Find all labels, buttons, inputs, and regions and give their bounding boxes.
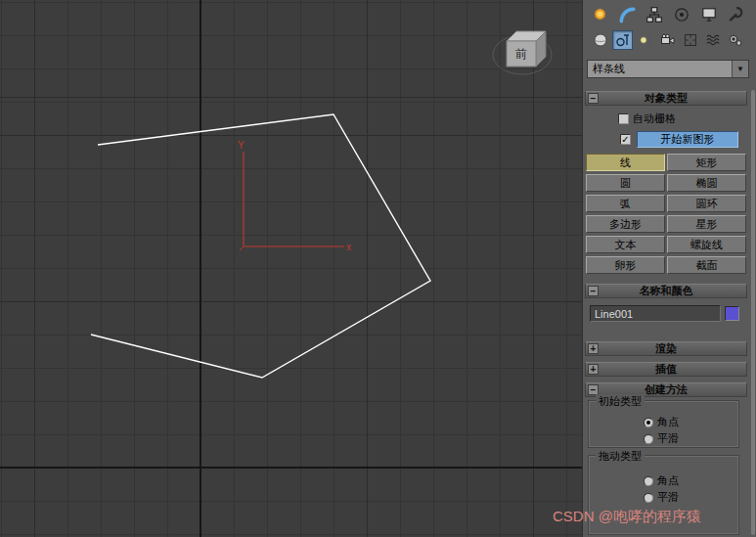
autogrid-label: 自动栅格 [633,112,676,126]
geometry-icon [593,32,608,48]
rollout-title: 渲染 [600,341,746,356]
viewcube-front-label: 前 [515,47,527,61]
world-origin-vertical-line [200,0,201,537]
tab-create[interactable] [588,3,612,25]
autogrid-checkbox-row[interactable]: 自动栅格 [618,112,676,126]
radio-initial-smooth[interactable]: 平滑 [644,431,679,446]
category-helpers[interactable] [681,30,701,50]
radio-drag-smooth[interactable]: 平滑 [644,490,679,505]
hierarchy-icon [645,6,663,23]
expand-icon[interactable]: + [588,343,599,354]
category-shapes[interactable] [612,30,633,50]
watermark: CSDN @咆哮的程序猿 [553,508,701,526]
start-new-shape-button[interactable]: 开始新图形 [637,131,738,148]
object-btn-section[interactable]: 截面 [667,256,746,274]
lights-icon [638,32,653,48]
tab-display[interactable] [696,3,721,25]
rollout-name-color[interactable]: − 名称和颜色 [585,284,747,298]
radio-initial-corner[interactable]: 角点 [644,415,679,429]
3dsmax-screen: Y x 前 [0,0,756,537]
modify-icon [618,6,636,23]
viewport-front[interactable]: Y x 前 [0,0,582,537]
object-name-field[interactable]: Line001 [590,305,721,322]
object-btn-line[interactable]: 线 [586,154,665,171]
tab-utilities[interactable] [724,3,748,25]
chevron-down-icon[interactable]: ▼ [732,61,748,77]
systems-icon [728,32,743,48]
radio-icon[interactable] [644,418,653,427]
category-systems[interactable] [726,30,746,50]
radio-drag-corner[interactable]: 角点 [644,473,679,488]
category-spacewarps[interactable] [703,30,724,50]
rollout-title: 名称和颜色 [600,284,746,298]
gizmo-x-label: x [346,242,351,252]
radio-label: 角点 [657,415,679,429]
object-btn-helix[interactable]: 螺旋线 [667,236,746,253]
rollout-rendering[interactable]: + 渲染 [585,341,747,356]
helpers-icon [683,32,698,48]
viewcube[interactable]: 前 [489,25,557,80]
radio-label: 角点 [657,473,679,488]
shape-category-dropdown[interactable]: 样条线 ▼ [587,60,749,78]
utilities-icon [727,6,744,23]
create-categories [590,30,746,50]
initial-type-label: 初始类型 [596,394,645,409]
object-btn-rectangle[interactable]: 矩形 [667,154,746,171]
panel-scrollbar[interactable] [751,90,755,535]
tab-hierarchy[interactable] [643,3,667,25]
initial-type-group: 初始类型 角点 平滑 [588,400,739,448]
line-spline[interactable] [91,114,430,378]
radio-label: 平滑 [657,431,679,446]
category-geometry[interactable] [590,30,610,50]
category-lights[interactable] [635,30,655,50]
command-panel-tabs [588,3,748,25]
rollout-interpolation[interactable]: + 插值 [585,362,747,377]
radio-icon[interactable] [644,493,653,503]
tab-modify[interactable] [615,3,640,25]
display-icon [700,6,718,23]
create-icon [591,5,609,23]
motion-icon [673,6,690,23]
autogrid-checkbox[interactable] [618,113,629,124]
rollout-object-type[interactable]: − 对象类型 [585,91,747,106]
world-origin-horizontal-line [0,467,582,469]
object-btn-arc[interactable]: 弧 [586,195,665,212]
object-btn-text[interactable]: 文本 [586,236,665,253]
category-cameras[interactable] [657,30,678,50]
object-btn-ellipse[interactable]: 椭圆 [667,174,746,192]
start-new-shape-checkbox-row[interactable] [620,134,635,145]
cameras-icon [660,32,676,48]
viewport-drawing-layer: Y x [0,0,582,537]
axis-gizmo: Y x [238,140,351,252]
object-btn-circle[interactable]: 圆 [586,174,665,192]
object-btn-star[interactable]: 星形 [667,215,746,233]
radio-label: 平滑 [657,490,679,505]
command-panel: 样条线 ▼ − 对象类型 自动栅格 开始新图形 线 矩形 圆 椭圆 弧 圆环 多… [582,0,756,537]
spacewarps-icon [705,32,721,48]
tab-motion[interactable] [669,3,693,25]
object-btn-ngon[interactable]: 多边形 [586,215,665,233]
object-btn-donut[interactable]: 圆环 [667,195,746,212]
start-new-shape-checkbox[interactable] [620,134,631,145]
object-btn-egg[interactable]: 卵形 [586,256,665,274]
expand-icon[interactable]: + [588,364,599,375]
drag-type-label: 拖动类型 [596,449,645,464]
dropdown-value: 样条线 [588,62,732,76]
collapse-icon[interactable]: − [588,93,599,104]
rollout-title: 对象类型 [600,91,746,106]
radio-icon[interactable] [644,476,653,486]
gizmo-y-label: Y [238,140,245,151]
rollout-title: 插值 [600,362,746,377]
object-type-buttons: 线 矩形 圆 椭圆 弧 圆环 多边形 星形 文本 螺旋线 卵形 截面 [586,154,746,274]
radio-icon[interactable] [644,434,653,444]
shapes-icon [615,32,631,48]
color-swatch[interactable] [725,306,739,321]
collapse-icon[interactable]: − [588,286,599,296]
